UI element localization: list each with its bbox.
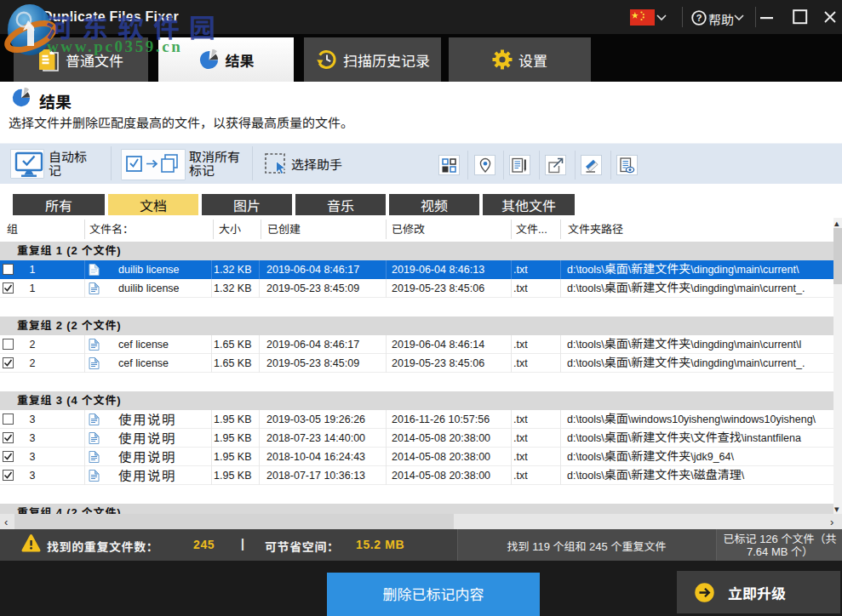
- svg-text:?: ?: [696, 13, 702, 23]
